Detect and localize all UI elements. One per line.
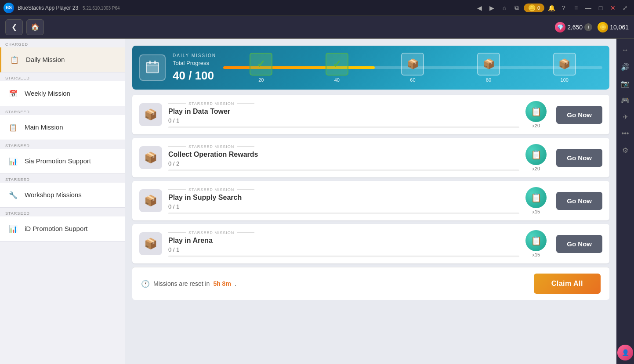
currency2: 🪙 10,061 (598, 22, 629, 32)
currency2-amount: 10,061 (610, 24, 629, 31)
reward-label-100: 100 (561, 77, 569, 83)
mission-bar-0 (168, 126, 519, 128)
sidebar-section-starseed4: STARSEED (0, 174, 125, 183)
mission-info-0: STARSEED MISSION Play in Data Tower 0 / … (168, 101, 519, 128)
tb-close-btn[interactable]: ✕ (608, 3, 618, 13)
reward-checkpoint-100: 📦 100 (526, 53, 602, 83)
reward-checkpoint-60: 📦 60 (375, 53, 451, 83)
reward-box-100: 📦 (553, 53, 576, 76)
mission-title-2: Play in Supply Search (168, 194, 519, 202)
main-layout: CHARGED 📋 Daily Mission STARSEED 📅 Weekl… (0, 39, 634, 364)
rc-expand-btn[interactable]: ↔ (617, 42, 633, 58)
tb-bell-btn[interactable]: 🔔 (546, 3, 557, 13)
mission-info-1: STARSEED MISSION Collect Operation Rewar… (168, 144, 519, 171)
progress-banner: DAILY MISSION Total Progress 40 / 100 20… (132, 46, 609, 90)
clock-icon: 🕐 (141, 280, 150, 288)
svg-rect-2 (154, 61, 156, 64)
sidebar-item-workshop[interactable]: 🔧 Workshop Missions (0, 183, 125, 208)
mission-icon-1: 📦 (139, 146, 162, 169)
rc-volume-btn[interactable]: 🔊 (617, 59, 633, 75)
sidebar-item-daily[interactable]: 📋 Daily Mission (0, 47, 125, 72)
mission-icon-3: 📦 (139, 232, 162, 255)
banner-info: DAILY MISSION Total Progress 40 / 100 (173, 53, 216, 83)
right-controls: ↔ 🔊 📷 🎮 ✈ ••• ⚙ 👤 (616, 39, 634, 364)
reward-checkpoint-40: 40 (299, 53, 375, 83)
mission-bar-1 (168, 169, 519, 171)
mission-title-0: Play in Data Tower (168, 108, 519, 115)
reset-text: Missions are reset in (153, 280, 210, 287)
app-logo: BS (4, 3, 14, 13)
rc-gamepad-btn[interactable]: 🎮 (617, 92, 633, 108)
svg-rect-1 (149, 61, 151, 64)
rc-screenshot-btn[interactable]: 📷 (617, 76, 633, 91)
workshop-icon: 🔧 (7, 189, 19, 201)
currency1-amount: 2,650 (567, 24, 583, 31)
rc-airplane-btn[interactable]: ✈ (617, 109, 633, 125)
tb-expand-btn[interactable]: ⤢ (620, 3, 630, 13)
tb-maximize-btn[interactable]: □ (595, 3, 606, 13)
reward-count-0: x20 (532, 123, 540, 128)
sia-promo-icon: 📊 (7, 155, 19, 167)
sidebar-item-main[interactable]: 📋 Main Mission (0, 115, 125, 140)
mission-bar-3 (168, 256, 519, 257)
tb-help-btn[interactable]: ? (558, 3, 569, 13)
reset-time: 5h 8m (213, 280, 231, 287)
mission-title-3: Play in Arena (168, 237, 519, 245)
sidebar-item-main-label: Main Mission (25, 123, 63, 131)
weekly-mission-icon: 📅 (7, 87, 19, 100)
tb-menu-btn[interactable]: ≡ (571, 3, 581, 13)
mission-reward-0: 📋 x20 (525, 101, 547, 128)
sidebar-item-daily-label: Daily Mission (26, 56, 65, 64)
reward-count-2: x15 (532, 209, 540, 214)
rc-settings-btn[interactable]: ⚙ (617, 142, 633, 158)
reward-count-1: x20 (532, 166, 540, 171)
user-avatar[interactable]: 👤 (617, 345, 633, 360)
mission-tag-3: STARSEED MISSION (168, 231, 519, 235)
reward-label-80: 80 (486, 77, 491, 83)
currency1-add-button[interactable]: + (584, 23, 592, 31)
mission-progress-2: 0 / 1 (168, 203, 519, 210)
mission-reward-2: 📋 x15 (525, 187, 547, 214)
go-now-button-0[interactable]: Go Now (556, 106, 602, 124)
title-bar: BS BlueStacks App Player 23 5.21.610.100… (0, 0, 634, 16)
tb-forward-btn[interactable]: ▶ (487, 3, 497, 13)
mission-progress-1: 0 / 2 (168, 160, 519, 167)
reward-label-20: 20 (258, 77, 264, 83)
go-now-button-1[interactable]: Go Now (556, 149, 602, 167)
reset-suffix: . (235, 280, 236, 287)
banner-title: Total Progress (173, 60, 216, 66)
nav-back-button[interactable]: ❮ (5, 19, 23, 35)
nav-home-button[interactable]: 🏠 (26, 19, 44, 35)
coin-display: 🪙 0 (524, 4, 544, 12)
currency1-icon: 💎 (555, 22, 565, 32)
tb-home-btn[interactable]: ⌂ (499, 3, 510, 13)
claim-all-button[interactable]: Claim All (534, 274, 601, 294)
mission-reward-1: 📋 x20 (525, 144, 547, 171)
main-mission-icon: 📋 (7, 121, 19, 133)
bottom-bar: 🕐 Missions are reset in 5h 8m . Claim Al… (132, 267, 609, 300)
reward-circle-2: 📋 (525, 187, 547, 208)
banner-progress-value: 40 / 100 (173, 69, 216, 83)
sidebar-item-id-promo[interactable]: 📊 iD Promotion Support (0, 216, 125, 241)
reward-box-60: 📦 (401, 53, 424, 76)
currency1: 💎 2,650 + (555, 22, 592, 32)
tb-back-btn[interactable]: ◀ (475, 3, 485, 13)
currency2-icon: 🪙 (598, 22, 608, 32)
go-now-button-2[interactable]: Go Now (556, 192, 602, 210)
mission-icon-2: 📦 (139, 189, 162, 212)
mission-title-1: Collect Operation Rewards (168, 151, 519, 159)
mission-reward-3: 📋 x15 (525, 230, 547, 257)
reward-box-20 (250, 53, 272, 76)
reward-circle-3: 📋 (525, 230, 547, 251)
reward-circle-0: 📋 (525, 101, 547, 122)
tb-minimize-btn[interactable]: — (583, 3, 594, 13)
sidebar-item-sia[interactable]: 📊 Sia Promotion Support (0, 149, 125, 174)
rc-more-btn[interactable]: ••• (617, 126, 633, 141)
go-now-button-3[interactable]: Go Now (556, 235, 602, 253)
banner-icon (139, 54, 166, 81)
app-title: BlueStacks App Player 23 5.21.610.1003 P… (18, 5, 471, 11)
sidebar-item-weekly[interactable]: 📅 Weekly Mission (0, 81, 125, 106)
tb-tabs-btn[interactable]: ⧉ (511, 3, 522, 13)
mission-info-2: STARSEED MISSION Play in Supply Search 0… (168, 187, 519, 214)
currency-display: 💎 2,650 + 🪙 10,061 (555, 22, 629, 32)
